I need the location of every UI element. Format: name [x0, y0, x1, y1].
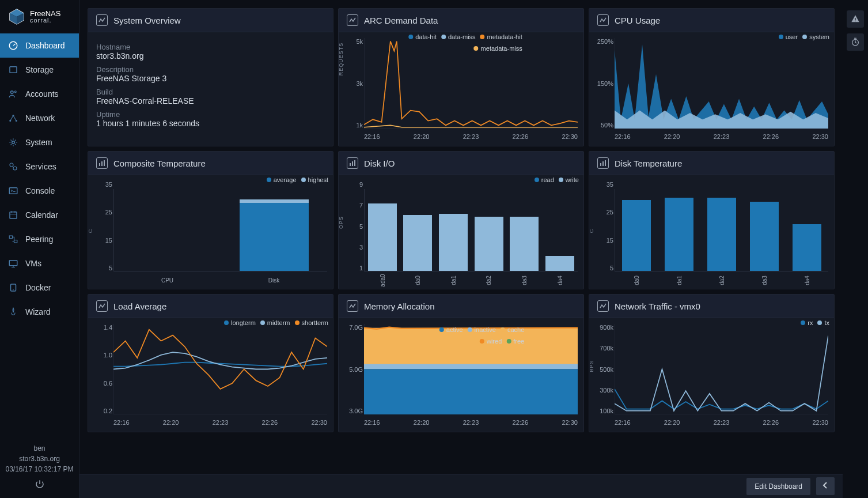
- dashboard-grid: System Overview Hostname stor3.b3n.orgDe…: [88, 8, 835, 432]
- nav-label: Network: [25, 114, 55, 123]
- overview-value: FreeNAS-Corral-RELEASE: [96, 96, 325, 105]
- nav-label: Docker: [25, 283, 51, 292]
- nav-label: Calendar: [25, 210, 58, 220]
- y-ticks: 3525155: [594, 181, 613, 271]
- edit-dashboard-button[interactable]: Edit Dashboard: [746, 478, 810, 495]
- sidebar-footer: ben stor3.b3n.org 03/16/17 10:32:17 PM: [0, 439, 79, 498]
- card-title: CPU Usage: [615, 16, 660, 25]
- nav: DashboardStorageAccountsNetworkSystemSer…: [0, 33, 79, 439]
- svg-rect-16: [9, 236, 12, 239]
- y-ticks: 900k700k500k300k100k: [594, 324, 613, 414]
- nav-item-storage[interactable]: Storage: [0, 58, 79, 82]
- svg-point-6: [11, 91, 14, 94]
- system-icon: [8, 137, 18, 148]
- card-disk-io: Disk I/O OPS 97531 readwrite ada0 da0 da…: [338, 151, 584, 289]
- bar-label: da2: [719, 276, 725, 285]
- nav-item-calendar[interactable]: Calendar: [0, 203, 79, 227]
- legend-item: active: [439, 326, 463, 333]
- overview-label: Hostname: [96, 43, 325, 51]
- svg-rect-18: [9, 261, 17, 266]
- card-title: Composite Temperature: [113, 159, 206, 168]
- alerts-button[interactable]: [847, 10, 864, 28]
- nav-item-console[interactable]: Console: [0, 179, 79, 203]
- current-user: ben: [0, 443, 79, 454]
- wizard-icon: [8, 307, 18, 317]
- y-ticks: 1.41.00.60.2: [93, 324, 112, 414]
- bars-icon: [347, 157, 358, 169]
- bar-label: da4: [557, 276, 563, 285]
- svg-rect-28: [101, 161, 103, 166]
- power-icon: [35, 479, 45, 489]
- nav-item-peering[interactable]: Peering: [0, 227, 79, 251]
- nav-item-services[interactable]: Services: [0, 154, 79, 179]
- card-title: ARC Demand Data: [364, 16, 438, 25]
- y-ticks: 250%150%50%: [594, 38, 613, 129]
- sidebar: FreeNAS corral. DashboardStorageAccounts…: [0, 0, 79, 498]
- calendar-icon: [8, 210, 18, 220]
- card-network: Network Traffic - vmx0 BPS 900k700k500k3…: [589, 294, 835, 432]
- bar-label: da1: [450, 276, 457, 285]
- card-title: Disk Temperature: [615, 159, 682, 168]
- svg-rect-42: [364, 369, 578, 415]
- right-rail: [843, 0, 868, 498]
- card-system-overview: System Overview Hostname stor3.b3n.orgDe…: [88, 8, 333, 146]
- y-ticks: 3525155: [93, 181, 112, 271]
- nav-label: Dashboard: [25, 41, 65, 50]
- accounts-icon: [8, 89, 18, 99]
- y-ticks: 5k3k1k: [343, 38, 363, 129]
- lines-icon: [597, 14, 609, 26]
- bar-label: da0: [415, 276, 421, 285]
- nav-item-docker[interactable]: Docker: [0, 276, 79, 300]
- nav-item-dashboard[interactable]: Dashboard: [0, 33, 79, 58]
- power-button[interactable]: [0, 479, 79, 491]
- bar-label: da0: [634, 276, 640, 285]
- card-title: Disk I/O: [364, 159, 395, 168]
- bar-label: da3: [761, 276, 768, 285]
- bar-label: da2: [486, 276, 492, 285]
- bars: CPU Disk: [113, 189, 327, 271]
- bar-label: CPU: [161, 277, 173, 284]
- svg-rect-15: [10, 212, 17, 218]
- svg-point-20: [13, 289, 14, 290]
- card-title: Load Average: [113, 301, 166, 311]
- nav-item-system[interactable]: System: [0, 130, 79, 154]
- svg-rect-32: [354, 160, 355, 166]
- card-cpu: CPU Usage 250%150%50% usersystem 22:1622…: [589, 8, 835, 146]
- nav-item-vms[interactable]: VMs: [0, 251, 79, 276]
- bar-label: ada0: [379, 274, 385, 286]
- legend-item: write: [559, 176, 579, 183]
- app-logo: FreeNAS corral.: [0, 0, 79, 33]
- card-title: System Overview: [113, 16, 181, 25]
- network-icon: [8, 113, 18, 123]
- nav-item-accounts[interactable]: Accounts: [0, 82, 79, 106]
- nav-item-wizard[interactable]: Wizard: [0, 300, 79, 324]
- x-ticks: 22:1622:2022:2322:2622:30: [364, 419, 578, 426]
- lines-icon: [96, 300, 108, 312]
- nav-item-network[interactable]: Network: [0, 106, 79, 130]
- nav-label: Wizard: [25, 307, 51, 316]
- x-ticks: 22:1622:2022:2322:2622:30: [615, 133, 828, 140]
- peering-icon: [8, 234, 18, 244]
- bars-icon: [96, 157, 108, 169]
- legend-item: read: [535, 176, 554, 183]
- overview-body[interactable]: Hostname stor3.b3n.orgDescription FreeNA…: [88, 32, 333, 146]
- x-ticks: 22:1622:2022:2322:2622:30: [364, 133, 578, 140]
- collapse-button[interactable]: [816, 477, 835, 495]
- alert-icon: [851, 14, 860, 24]
- svg-rect-31: [352, 161, 353, 166]
- load-chart: [113, 324, 327, 414]
- bars-icon: [597, 157, 609, 169]
- current-host: stor3.b3n.org: [0, 454, 79, 464]
- storage-icon: [8, 65, 18, 75]
- legend-item: inactive: [468, 326, 496, 333]
- docker-icon: [8, 282, 18, 293]
- svg-rect-35: [605, 160, 606, 166]
- nav-label: VMs: [25, 259, 41, 268]
- legend: activeinactivecachewiredfree: [418, 326, 525, 345]
- lines-icon: [96, 14, 108, 26]
- svg-rect-29: [104, 160, 105, 166]
- card-load-avg: Load Average 1.41.00.60.2 longtermmidter…: [88, 294, 333, 432]
- nav-label: System: [25, 138, 52, 147]
- tasks-button[interactable]: [847, 33, 864, 51]
- svg-point-13: [13, 167, 17, 170]
